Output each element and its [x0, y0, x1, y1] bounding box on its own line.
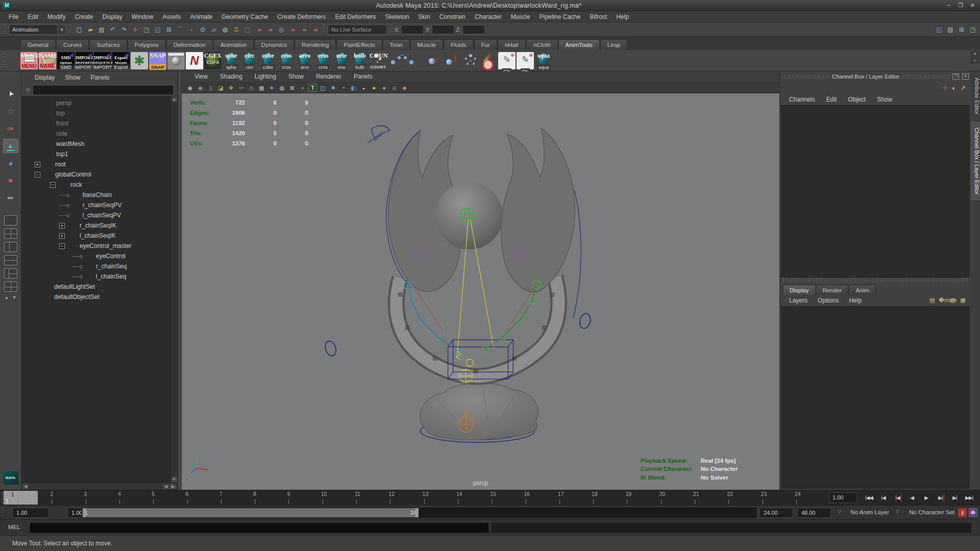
- expand-toggle-icon[interactable]: [59, 233, 65, 239]
- sidebar-vertical-tab[interactable]: Attribute Editor: [971, 71, 980, 121]
- layout-outliner-persp-button[interactable]: [4, 282, 17, 292]
- expand-toggle-icon[interactable]: [59, 223, 65, 229]
- play-backwards-button[interactable]: ◀: [905, 491, 919, 504]
- command-language-label[interactable]: MEL: [8, 524, 20, 530]
- move-tool-icon[interactable]: [3, 139, 18, 153]
- select-component-icon[interactable]: [153, 24, 163, 35]
- layer-editor-menu-item[interactable]: Options: [813, 295, 844, 306]
- field-chart-icon[interactable]: [278, 84, 286, 92]
- range-slider-grip[interactable]: [1, 508, 4, 518]
- panel-grip[interactable]: [902, 74, 949, 79]
- frame-tick[interactable]: 21: [695, 490, 725, 505]
- menu-item[interactable]: Window: [127, 11, 158, 22]
- frame-tick[interactable]: 8: [255, 490, 285, 505]
- menu-item[interactable]: Assets: [158, 11, 185, 22]
- create-layer-from-selected-icon[interactable]: ▦: [959, 296, 967, 304]
- outliner-item-front[interactable]: front: [21, 118, 170, 129]
- go-to-end-button[interactable]: ▶▶|: [962, 491, 976, 504]
- rotate-tool-icon[interactable]: [3, 156, 18, 170]
- outliner-item-r-chainseq[interactable]: r_chainSeq: [21, 261, 170, 271]
- frame-tick[interactable]: 15: [492, 490, 522, 505]
- range-slider-track[interactable]: 1 24: [82, 507, 757, 518]
- joint-warning-shelf-button[interactable]: [443, 52, 460, 69]
- channel-box-content[interactable]: [781, 105, 970, 278]
- z-input[interactable]: [462, 25, 485, 34]
- channel-box-menu-item[interactable]: Edit: [821, 94, 842, 105]
- character-set-selector[interactable]: No Character Set: [909, 509, 954, 515]
- shelf-tab[interactable]: Deformation: [166, 39, 213, 50]
- outliner-item-l-chainseqik[interactable]: l_chainSeqIK: [21, 231, 170, 241]
- scale-tool-icon[interactable]: [3, 173, 18, 188]
- circle-control-shelf-button[interactable]: circ circ: [241, 52, 258, 69]
- command-input[interactable]: [30, 522, 489, 533]
- frame-tick[interactable]: 24: [796, 490, 827, 505]
- shelf-tab[interactable]: Fluids: [444, 39, 474, 50]
- frame-tick[interactable]: 22: [728, 490, 759, 505]
- menu-item[interactable]: Skin: [413, 11, 434, 22]
- viewport-menu-item[interactable]: Renderer: [310, 71, 347, 82]
- cube-control-shelf-button[interactable]: cube cube: [259, 52, 277, 69]
- frame-tick[interactable]: 16: [526, 490, 556, 505]
- scroll-right-icon[interactable]: ▶: [170, 484, 176, 489]
- select-object-icon[interactable]: [141, 24, 152, 35]
- outliner-item-basechain[interactable]: baseChain: [21, 190, 170, 200]
- tool-settings-toggle-icon[interactable]: [957, 24, 967, 35]
- input-connections-icon[interactable]: [254, 24, 264, 35]
- hyperbolic-icon[interactable]: ↗: [960, 84, 966, 92]
- gate-mask-icon[interactable]: [267, 84, 276, 92]
- outliner-vertical-scrollbar[interactable]: ▲ ▼: [170, 96, 177, 483]
- frame-tick[interactable]: 19: [627, 490, 657, 505]
- smd-options-shelf-button[interactable]: SMD Options SMD: [57, 52, 75, 69]
- frame-tick[interactable]: 23: [763, 490, 793, 505]
- textured-icon[interactable]: [349, 84, 358, 92]
- outliner-item-defaultobjectset[interactable]: defaultObjectSet: [21, 292, 170, 302]
- layer-editor-tab[interactable]: Display: [783, 285, 816, 295]
- status-line-grip[interactable]: [323, 24, 325, 35]
- character-set-dropdown-icon[interactable]: ▽: [896, 509, 899, 514]
- channel-box-toggle-icon[interactable]: [968, 24, 978, 35]
- last-tool-icon[interactable]: [3, 191, 18, 205]
- layer-editor-tab[interactable]: Render: [816, 285, 849, 295]
- cross-control-shelf-button[interactable]: cros cros: [278, 52, 295, 69]
- menu-item[interactable]: Geometry Cache: [217, 11, 273, 22]
- menu-item[interactable]: Modify: [43, 11, 70, 22]
- skeleton-shelf-button[interactable]: [461, 52, 479, 69]
- make-live-icon[interactable]: [220, 24, 230, 35]
- toolbox-scroll-down-icon[interactable]: ▼: [12, 295, 17, 300]
- play-forwards-button[interactable]: ▶: [919, 491, 933, 504]
- name-shelf-button[interactable]: NAME NAME: [39, 52, 56, 69]
- toolbox-scroll-up-icon[interactable]: ▲: [5, 295, 9, 300]
- menu-item[interactable]: Edit: [23, 11, 43, 22]
- outliner-item-globalcontrol[interactable]: globalControl: [21, 169, 170, 180]
- shelf-tab[interactable]: Animation: [213, 39, 254, 50]
- shelf-menu-icon[interactable]: ▼: [971, 51, 979, 57]
- outliner-item-side[interactable]: side: [21, 129, 170, 139]
- status-line-grip[interactable]: [69, 24, 71, 35]
- anim-layer-selector[interactable]: No Anim Layer: [851, 509, 889, 515]
- asterisk-shelf-button[interactable]: [131, 52, 148, 69]
- outliner-item-defaultlightset[interactable]: defaultLightSet: [21, 282, 170, 292]
- menu-item[interactable]: Display: [97, 11, 127, 22]
- scroll-left-icon[interactable]: ◀: [22, 484, 29, 489]
- ik-joint-shelf-button[interactable]: [425, 52, 442, 69]
- shelf-tab[interactable]: General: [20, 39, 56, 50]
- outliner-menu-item[interactable]: Panels: [86, 72, 113, 83]
- menu-item[interactable]: Character: [470, 11, 506, 22]
- frame-tick[interactable]: 17: [559, 490, 590, 505]
- x-input[interactable]: [401, 25, 424, 34]
- status-line-grip[interactable]: [389, 24, 392, 35]
- image-plane-icon[interactable]: [216, 84, 225, 92]
- pk-pencil-shelf-button[interactable]: PK PK: [517, 52, 534, 69]
- frame-tick[interactable]: 18: [593, 490, 624, 505]
- bulb-control-shelf-button[interactable]: bulb bulb: [351, 52, 369, 69]
- joint-count-shelf-button[interactable]: COUNT COUNT: [370, 52, 387, 69]
- animation-start-input[interactable]: 1.00: [12, 508, 49, 518]
- scroll-down-icon[interactable]: ▼: [172, 477, 177, 482]
- menu-item[interactable]: Help: [611, 11, 633, 22]
- step-back-frame-button[interactable]: |◀: [876, 491, 890, 504]
- select-camera-icon[interactable]: [186, 84, 194, 92]
- outliner-item-l-chainseq[interactable]: l_chainSeq: [21, 271, 170, 282]
- cgfx-shelf-button[interactable]: CGFX CGFX: [204, 52, 222, 69]
- frame-tick[interactable]: 9: [288, 490, 319, 505]
- viewport-menu-item[interactable]: View: [189, 71, 213, 82]
